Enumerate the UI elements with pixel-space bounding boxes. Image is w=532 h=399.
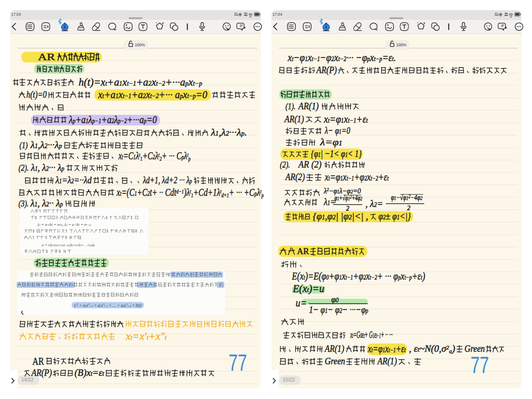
svg-text:AR(1): AR(1) bbox=[297, 100, 319, 112]
svg-text:AR(1): AR(1) bbox=[324, 343, 344, 354]
svg-text:h(t)=xt+a1xt−1+a2xt−2+···apxt−: h(t)=xt+a1xt−1+a2xt−2+···apxt−p bbox=[79, 76, 202, 88]
svg-text:λ1 = a+bi = reiw, λ2 = a−bi =: λ1 = a+bi = reiw, λ2 = a−bi = re−iw bbox=[37, 222, 91, 227]
svg-text:u=: u= bbox=[296, 297, 307, 309]
svg-text:1− φ1− φ2− ···−φp: 1− φ1− φ2− ···−φp bbox=[309, 304, 368, 315]
svg-text:77: 77 bbox=[229, 350, 247, 376]
svg-text:xt=φ1xt−1+φ2xt−2+εt: xt=φ1xt−1+φ2xt−2+εt bbox=[324, 171, 389, 183]
svg-text:Green: Green bbox=[325, 355, 345, 367]
svg-text:(3).: (3). bbox=[19, 199, 29, 209]
svg-text:h(t)=0: h(t)=0 bbox=[26, 89, 47, 100]
svg-text:(B)xt=εt: (B)xt=εt bbox=[74, 367, 105, 378]
svg-text:100%: 100% bbox=[396, 43, 407, 47]
svg-text:(2).: (2). bbox=[280, 160, 290, 170]
svg-text:AR (2): AR (2) bbox=[297, 159, 322, 170]
svg-text:x″t + a1x″t−1 + a2x″t−2 + … +: x″t + a1x″t−1 + a2x″t−2 + … + apx″t−p = … bbox=[74, 303, 142, 308]
svg-text:AR(2): AR(2) bbox=[285, 171, 305, 182]
svg-text:(1): (1) bbox=[19, 140, 28, 150]
svg-text:17:04: 17:04 bbox=[11, 12, 21, 17]
svg-text:AR(P): AR(P) bbox=[31, 367, 52, 378]
svg-text:AR(1): AR(1) bbox=[377, 355, 397, 367]
svg-text:xt=φ1xt−1+εt: xt=φ1xt−1+εt bbox=[367, 343, 406, 355]
svg-text:AR(1): AR(1) bbox=[284, 113, 304, 125]
svg-text:77: 77 bbox=[470, 352, 489, 378]
svg-text:100%: 100% bbox=[135, 43, 145, 47]
svg-text:AR(P): AR(P) bbox=[315, 64, 337, 75]
svg-text:15/22: 15/22 bbox=[283, 377, 295, 382]
svg-text:{φ1,φ2| |φ2|<| ,: {φ1,φ2| |φ2|<| , bbox=[313, 211, 368, 222]
svg-text:17:04: 17:04 bbox=[272, 12, 283, 17]
svg-text:λ− φ1=0: λ− φ1=0 bbox=[324, 125, 350, 136]
svg-text:λd+1, λd+2 ··· λp: λd+1, λd+2 ··· λp bbox=[142, 175, 192, 186]
svg-text:(2).: (2). bbox=[19, 163, 29, 173]
svg-text:(1).: (1). bbox=[285, 101, 296, 112]
svg-text:xt=G0εt+ G1εt−1+ ·· ···: xt=G0εt+ G1εt−1+ ·· ··· bbox=[350, 329, 393, 340]
svg-text:AR: AR bbox=[38, 51, 55, 62]
svg-text:AR: AR bbox=[297, 247, 309, 256]
svg-text:AR: AR bbox=[32, 355, 44, 367]
svg-text:xt=φ1xt−1+εt: xt=φ1xt−1+εt bbox=[323, 113, 368, 125]
svg-text:Green: Green bbox=[464, 343, 485, 354]
